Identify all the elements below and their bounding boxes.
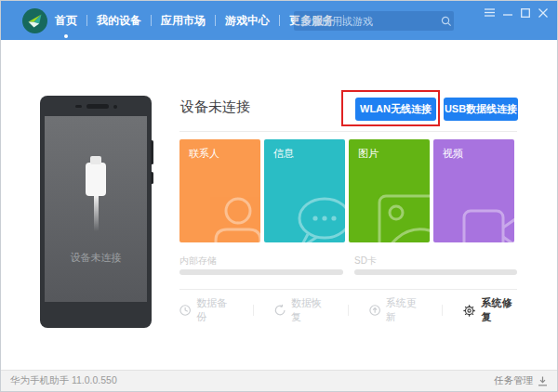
divider — [179, 131, 517, 132]
page-title: 设备未连接 — [180, 98, 250, 116]
wlan-connect-button[interactable]: WLAN无线连接 — [355, 98, 436, 121]
phone-camera-dot — [75, 105, 82, 108]
pictures-icon — [372, 189, 430, 242]
close-icon[interactable] — [534, 5, 551, 20]
internal-storage-label: 内部存储 — [179, 255, 217, 268]
tile-pictures-label: 图片 — [358, 147, 379, 161]
tile-contacts-label: 联系人 — [189, 147, 219, 161]
search-icon[interactable] — [439, 16, 454, 27]
app-version-text: 华为手机助手 11.0.0.550 — [10, 374, 117, 387]
top-navigation-bar: 首页 我的设备 应用市场 游戏中心 更多服务 — [1, 1, 557, 40]
nav-item-app-market[interactable]: 应用市场 — [152, 13, 215, 29]
phone-power-button — [151, 172, 153, 184]
phone-screen: 设备未连接 — [45, 116, 147, 302]
nav-item-my-devices[interactable]: 我的设备 — [87, 13, 151, 29]
tile-videos[interactable]: 视频 — [433, 139, 514, 242]
phone-speaker-slot — [86, 104, 109, 109]
backup-clock-icon — [179, 304, 191, 317]
active-tab-dot — [64, 34, 68, 38]
usb-connect-button[interactable]: USB数据线连接 — [444, 98, 518, 121]
action-separator — [348, 305, 349, 316]
nav-item-home-label: 首页 — [55, 14, 77, 27]
divider — [179, 289, 517, 290]
data-restore-action[interactable]: 数据恢复 — [274, 296, 327, 324]
action-separator — [442, 305, 443, 316]
tile-contacts[interactable]: 联系人 — [179, 139, 260, 242]
internal-storage-bar — [179, 269, 343, 275]
sd-card-bar — [354, 269, 517, 275]
phone-top-bezel — [40, 96, 152, 116]
restore-refresh-icon — [274, 304, 286, 317]
minimize-icon[interactable] — [498, 5, 516, 20]
quick-actions-row: 数据备份 数据恢复 系统更新 — [179, 302, 517, 319]
system-update-label: 系统更新 — [386, 296, 422, 324]
data-restore-label: 数据恢复 — [291, 296, 327, 324]
search-box — [294, 11, 454, 31]
system-repair-label: 系统修复 — [481, 296, 517, 324]
menu-icon[interactable] — [481, 5, 498, 20]
phone-illustration: 设备未连接 — [40, 96, 152, 328]
sd-card-label: SD卡 — [354, 255, 377, 268]
task-manager-button[interactable]: 任务管理 — [494, 374, 548, 387]
tile-videos-label: 视频 — [443, 147, 463, 161]
phone-sensor-dot — [113, 105, 117, 109]
search-input[interactable] — [294, 16, 439, 27]
tile-messages-label: 信息 — [273, 147, 294, 161]
contacts-icon — [203, 189, 260, 242]
system-update-action[interactable]: 系统更新 — [369, 296, 422, 324]
nav-item-game-center[interactable]: 游戏中心 — [216, 13, 279, 29]
phone-volume-button — [151, 140, 153, 164]
tile-pictures[interactable]: 图片 — [349, 139, 430, 242]
action-separator — [253, 305, 254, 316]
category-tiles: 联系人 信息 图片 — [179, 139, 518, 242]
download-icon — [538, 376, 548, 386]
messages-icon — [287, 189, 345, 242]
update-arrow-icon — [369, 304, 380, 317]
status-bar: 华为手机助手 11.0.0.550 任务管理 — [1, 370, 557, 391]
task-manager-label: 任务管理 — [494, 374, 533, 387]
phone-status-text: 设备未连接 — [45, 251, 147, 265]
hisuite-logo-icon — [22, 8, 47, 33]
window-controls — [481, 5, 551, 20]
maximize-icon[interactable] — [516, 5, 534, 20]
nav-item-home[interactable]: 首页 — [46, 13, 86, 29]
tile-messages[interactable]: 信息 — [264, 139, 345, 242]
data-backup-action[interactable]: 数据备份 — [179, 296, 232, 324]
system-repair-action[interactable]: 系统修复 — [463, 296, 517, 324]
hisuite-window: 首页 我的设备 应用市场 游戏中心 更多服务 — [0, 0, 558, 392]
usb-plug-icon — [86, 163, 106, 196]
videos-icon — [457, 189, 514, 242]
data-backup-label: 数据备份 — [196, 296, 232, 324]
repair-gear-icon — [463, 304, 475, 318]
